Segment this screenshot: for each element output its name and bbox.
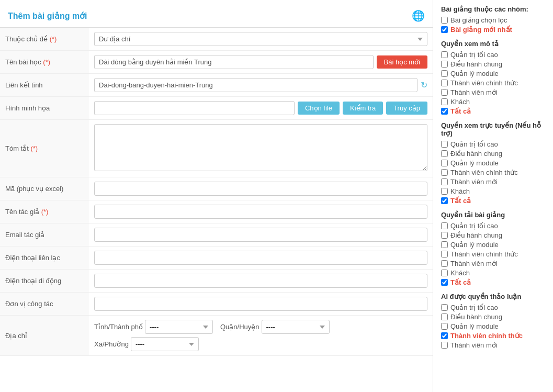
author-name-input[interactable] (94, 205, 427, 219)
checkbox-label-2: Quản lý module (450, 70, 499, 77)
checkbox-3[interactable] (441, 251, 448, 257)
checkbox-1[interactable] (441, 232, 448, 239)
groups-container: Bài giảng chọn lọcBài giảng mới nhất (441, 16, 545, 33)
checkbox-item: Thành viên mới (441, 88, 545, 96)
checkbox-3[interactable] (441, 169, 448, 176)
checkbox-1[interactable] (441, 61, 448, 68)
checkbox-item: Tất cả (441, 278, 545, 286)
checkbox-5[interactable] (441, 188, 448, 195)
author-email-input[interactable] (94, 228, 427, 242)
checkbox-label-3: Thành viên chính thức (450, 332, 523, 340)
checkbox-item: Điều hành chung (441, 150, 545, 158)
checkbox-item: Quản trị tối cao (441, 222, 545, 230)
checkbox-label-2: Quản lý module (450, 241, 499, 249)
checkbox-6[interactable] (441, 108, 448, 115)
permalink-input[interactable] (94, 78, 417, 92)
checkbox-label-6: Tất cả (450, 107, 471, 115)
checkbox-item: Điều hành chung (441, 231, 545, 239)
checkbox-2[interactable] (441, 323, 448, 330)
checkbox-item: Tất cả (441, 107, 545, 115)
download-container: Quản trị tối caoĐiều hành chungQuản lý m… (441, 222, 545, 286)
access-button[interactable]: Truy cập (386, 102, 427, 115)
organization-input[interactable] (94, 297, 427, 311)
checkbox-6[interactable] (441, 197, 448, 204)
checkbox-label-4: Thành viên mới (450, 341, 498, 349)
label-code: Mã (phục vụ excel) (0, 177, 89, 200)
checkbox-item: Thành viên chính thức (441, 332, 545, 340)
refresh-icon[interactable]: ↻ (421, 80, 427, 90)
checkbox-0[interactable] (441, 17, 448, 24)
label-address: Địa chỉ (0, 316, 89, 356)
checkbox-0[interactable] (441, 304, 448, 311)
checkbox-label-0: Quản trị tối cao (450, 140, 498, 148)
ward-select[interactable]: ---- (131, 337, 199, 351)
checkbox-item: Quản trị tối cao (441, 140, 545, 148)
label-author-name: Tên tác giả (*) (0, 200, 89, 223)
checkbox-label-5: Khách (450, 187, 470, 195)
district-select[interactable]: ---- (262, 320, 330, 334)
province-select[interactable]: ---- (145, 320, 213, 334)
row-lesson-name: Tên bài học (*) Bài học mới (0, 51, 433, 74)
checkbox-5[interactable] (441, 270, 448, 276)
checkbox-item: Quản lý module (441, 322, 545, 330)
lesson-name-input[interactable] (94, 55, 374, 69)
checkbox-2[interactable] (441, 241, 448, 248)
summary-textarea[interactable] (94, 124, 427, 171)
checkbox-label-2: Quản lý module (450, 322, 499, 330)
code-input[interactable] (94, 182, 427, 196)
checkbox-item: Điều hành chung (441, 60, 545, 68)
checkbox-item: Thành viên mới (441, 178, 545, 186)
checkbox-item: Quản trị tối cao (441, 51, 545, 59)
checkbox-item: Bài giảng chọn lọc (441, 16, 545, 24)
checkbox-3[interactable] (441, 332, 448, 339)
checkbox-6[interactable] (441, 279, 448, 286)
new-lesson-button[interactable]: Bài học mới (377, 55, 427, 69)
phone-input[interactable] (94, 251, 427, 265)
checkbox-4[interactable] (441, 89, 448, 96)
row-summary: Tóm tắt (*) (0, 120, 433, 177)
checkbox-1[interactable] (441, 150, 448, 157)
checkbox-0[interactable] (441, 141, 448, 148)
checkbox-4[interactable] (441, 342, 448, 349)
checkbox-label-0: Quản trị tối cao (450, 304, 498, 311)
checkbox-item: Quản trị tối cao (441, 304, 545, 311)
label-subject: Thuộc chủ đề (*) (0, 28, 89, 51)
checkbox-item: Quản lý module (441, 159, 545, 167)
checkbox-4[interactable] (441, 178, 448, 185)
row-address: Địa chỉ Tỉnh/Thành phố ---- Quận/Huyện (0, 316, 433, 356)
checkbox-item: Khách (441, 269, 545, 277)
checkbox-label-3: Thành viên chính thức (450, 250, 518, 258)
view-online-container: Quản trị tối caoĐiều hành chungQuản lý m… (441, 140, 545, 205)
checkbox-1[interactable] (441, 313, 448, 320)
checkbox-label-6: Tất cả (450, 278, 471, 286)
checkbox-3[interactable] (441, 80, 448, 86)
ward-label: Xã/Phường (94, 340, 129, 348)
checkbox-0[interactable] (441, 51, 448, 58)
checkbox-4[interactable] (441, 260, 448, 267)
row-subject: Thuộc chủ đề (*) Dư địa chí (0, 28, 433, 51)
checkbox-2[interactable] (441, 160, 448, 166)
mobile-input[interactable] (94, 274, 427, 288)
image-path-input[interactable] (94, 101, 295, 115)
checkbox-label-3: Thành viên chính thức (450, 169, 518, 176)
checkbox-label-6: Tất cả (450, 197, 471, 205)
row-mobile: Điện thoại di động (0, 270, 433, 293)
download-title: Quyền tải bài giảng (441, 211, 545, 219)
label-permalink: Liên kết tĩnh (0, 74, 89, 97)
globe-icon: 🌐 (412, 9, 425, 22)
choose-file-button[interactable]: Chọn file (298, 102, 340, 115)
sidebar: Bài giảng thuộc các nhóm: Bài giảng chọn… (433, 0, 553, 392)
row-image: Hình minh họa Chọn file Kiểm tra Truy cậ… (0, 97, 433, 120)
checkbox-5[interactable] (441, 98, 448, 105)
check-button[interactable]: Kiểm tra (343, 102, 383, 115)
checkbox-0[interactable] (441, 222, 448, 229)
checkbox-label-0: Quản trị tối cao (450, 51, 498, 59)
checkbox-label-1: Điều hành chung (450, 150, 502, 158)
row-phone: Điện thoại liên lạc (0, 247, 433, 270)
label-mobile: Điện thoại di động (0, 270, 89, 293)
checkbox-1[interactable] (441, 26, 448, 33)
checkbox-2[interactable] (441, 70, 448, 77)
subject-select[interactable]: Dư địa chí (94, 32, 427, 46)
checkbox-label-1: Điều hành chung (450, 231, 502, 239)
checkbox-item: Tất cả (441, 197, 545, 205)
